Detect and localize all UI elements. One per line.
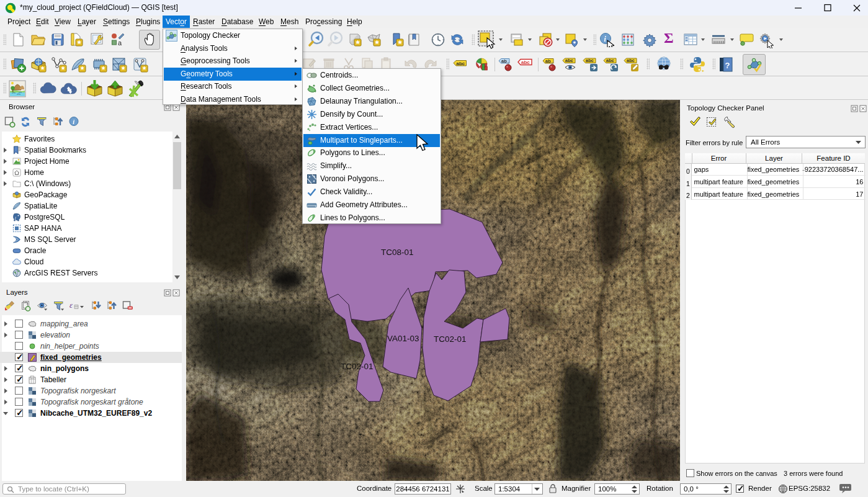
svg-text:TC02-01: TC02-01: [341, 362, 374, 371]
svg-text:a: a: [118, 39, 122, 47]
svg-text:VA01-03: VA01-03: [387, 334, 419, 343]
svg-text:?: ?: [725, 61, 730, 70]
svg-text:TC02-01: TC02-01: [434, 334, 467, 344]
svg-text:abc: abc: [606, 58, 614, 63]
svg-text:ε: ε: [69, 300, 73, 310]
svg-text:ab: ab: [545, 58, 551, 64]
svg-text:ab: ab: [501, 58, 507, 64]
svg-text:abc: abc: [565, 58, 573, 63]
svg-text:i: i: [73, 119, 74, 125]
svg-text:abc: abc: [521, 60, 530, 65]
svg-text:abc: abc: [627, 58, 635, 63]
svg-text:abc: abc: [586, 58, 594, 63]
svg-text:abc: abc: [457, 61, 465, 66]
svg-text:TC08-01: TC08-01: [381, 248, 414, 257]
